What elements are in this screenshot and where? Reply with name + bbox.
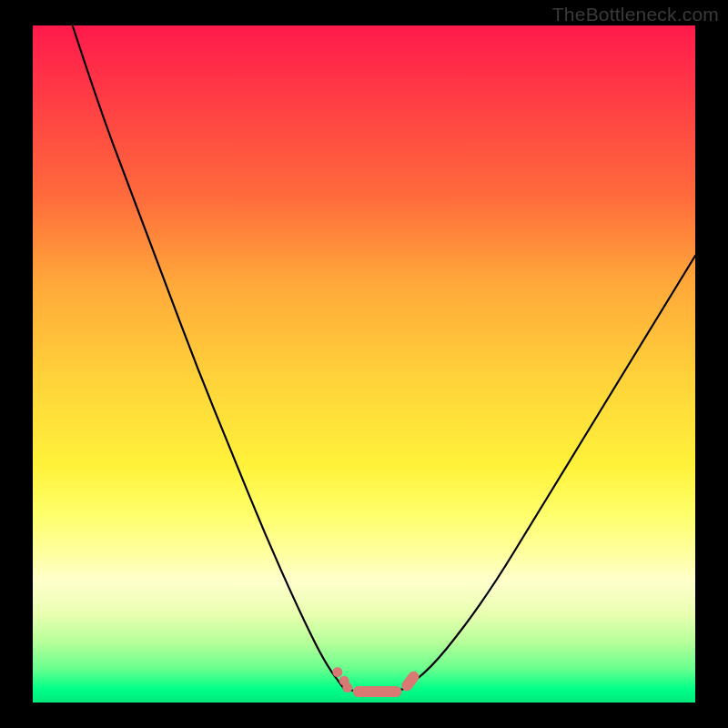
marker-pill-bottom [353, 686, 402, 697]
markers-group [332, 667, 413, 697]
curve-path [73, 25, 695, 693]
marker-dot [342, 682, 352, 693]
bottleneck-curve [33, 25, 695, 703]
marker-pill-right [407, 677, 413, 686]
plot-area [33, 25, 695, 703]
watermark-text: TheBottleneck.com [552, 4, 719, 25]
marker-dot [332, 667, 342, 677]
chart-frame: TheBottleneck.com [0, 0, 728, 728]
